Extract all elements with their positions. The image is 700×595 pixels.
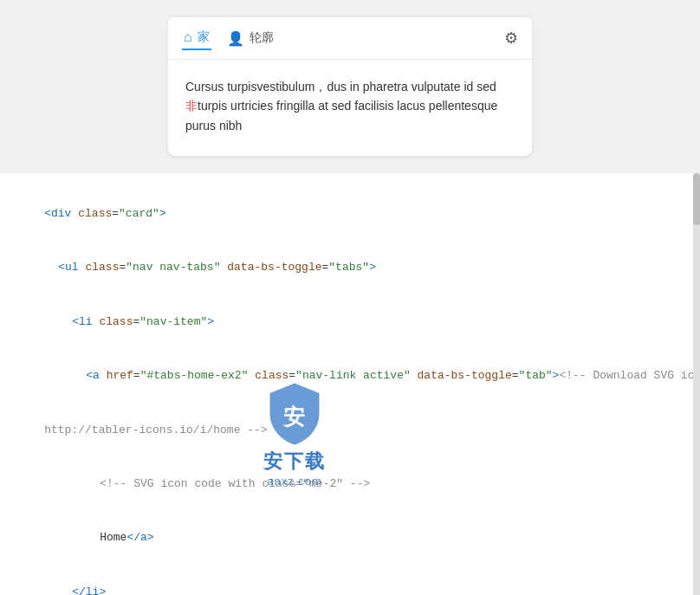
code-tag: <div: [44, 207, 71, 220]
code-line-7: Home</a>: [17, 512, 683, 566]
card-text-line1: Cursus turpisvestibulum，dus in pharetra …: [185, 80, 496, 94]
card-nav: ⌂ 家 👤 轮廓 ⚙: [168, 17, 532, 60]
code-section: <div class="card"> <ul class="nav nav-ta…: [0, 173, 700, 595]
code-attr-val: "card": [119, 207, 159, 220]
user-icon: 👤: [227, 30, 244, 47]
tab-home[interactable]: ⌂ 家: [182, 26, 211, 50]
home-icon: ⌂: [184, 29, 192, 45]
tab-profile[interactable]: 👤 轮廓: [225, 27, 275, 50]
home-tab-label: 家: [198, 29, 210, 45]
code-line-2: <ul class="nav nav-tabs" data-bs-toggle=…: [17, 242, 683, 295]
top-section: ⌂ 家 👤 轮廓 ⚙ Cursus turpisvestibulum，dus i…: [0, 0, 700, 173]
card-text: Cursus turpisvestibulum，dus in pharetra …: [185, 77, 515, 135]
card-highlight: 非: [185, 99, 198, 113]
code-attr-name: class: [71, 207, 112, 220]
profile-tab-label: 轮廓: [250, 30, 274, 46]
card-body: Cursus turpisvestibulum，dus in pharetra …: [168, 60, 532, 156]
code-line-1: <div class="card">: [17, 187, 683, 241]
card-text-line2b: turpis urtricies fringilla at sed facili…: [198, 99, 497, 113]
code-line-8: </li>: [17, 566, 683, 595]
code-line-3: <li class="nav-item">: [17, 295, 683, 349]
card-text-line3: purus nibh: [185, 119, 242, 133]
card-preview: ⌂ 家 👤 轮廓 ⚙ Cursus turpisvestibulum，dus i…: [168, 17, 532, 156]
code-line-4: <a href="#tabs-home-ex2" class="nav-link…: [17, 349, 683, 403]
code-line-5: http://tabler-icons.io/i/home -->: [17, 404, 683, 457]
scrollbar-thumb[interactable]: [693, 173, 700, 225]
settings-icon[interactable]: ⚙: [504, 29, 518, 48]
scrollbar[interactable]: [693, 173, 700, 595]
code-line-6: <!-- SVG icon code with class="me-2" -->: [17, 457, 683, 511]
